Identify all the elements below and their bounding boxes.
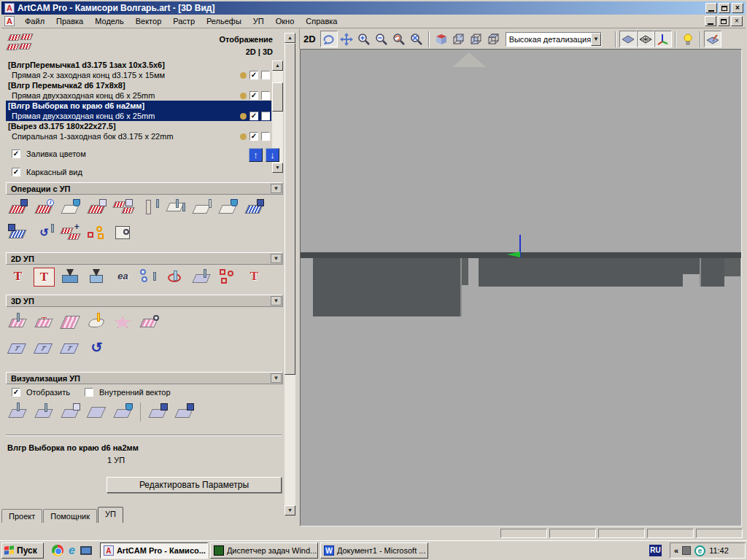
relief-plaque-front-icon[interactable]: T (7, 338, 28, 357)
batch-calculate-icon[interactable] (112, 198, 133, 217)
sequence-numbers-icon[interactable] (217, 268, 239, 287)
wireframe-view-button[interactable] (637, 31, 654, 47)
edit-parameters-button[interactable]: Редактировать Параметры (107, 477, 282, 493)
viewport-3d[interactable] (300, 49, 742, 526)
move-up-button[interactable]: ↑ (249, 148, 263, 162)
fill-color-checkbox[interactable]: ✓ (12, 149, 20, 158)
relief-plaque-back-icon[interactable]: T (34, 338, 55, 357)
nest-toolpaths-icon[interactable] (86, 223, 107, 242)
tray-expand-chevron[interactable]: « (674, 546, 678, 555)
show-2d-checkbox[interactable]: ✓ (249, 132, 258, 141)
toolpath-tool-row[interactable]: Прямая двухзаходная конц d6 x 25mm ✓ (6, 90, 271, 101)
restore-button[interactable] (719, 3, 730, 13)
smart-engraving-icon[interactable]: T (244, 268, 265, 287)
show-2d-checkbox[interactable]: ✓ (249, 112, 258, 120)
toolpath-group-row[interactable]: [Влгр Перемычка2 d6 17x8x8] (6, 80, 271, 90)
child-minimize-button[interactable] (705, 16, 716, 26)
switch-2d-view-button[interactable]: 2D (300, 34, 320, 44)
toolpath-group-row-selected[interactable]: [Влгр Выборка по краю d6 на2мм] (6, 101, 271, 111)
scrollbar-thumb[interactable] (285, 43, 295, 375)
save-toolpath-as-icon[interactable] (244, 198, 265, 217)
material-block-icon[interactable] (191, 198, 212, 217)
tab-assistant[interactable]: Помощник (43, 509, 97, 523)
scroll-up-icon[interactable]: ▲ (272, 61, 283, 71)
inner-vector-checkbox[interactable] (85, 388, 93, 397)
taskbar-task-word[interactable]: W Документ1 - Microsoft ... (320, 542, 428, 559)
show-desktop-icon[interactable] (80, 546, 92, 555)
simulate-toolpath-icon[interactable] (7, 402, 28, 421)
menu-model[interactable]: Модель (89, 15, 129, 27)
show-axes-button[interactable] (654, 31, 672, 47)
menu-window[interactable]: Окно (270, 15, 301, 27)
menu-vector[interactable]: Вектор (130, 15, 168, 27)
area-clearance-icon[interactable]: T (34, 268, 55, 287)
drilling-icon[interactable] (139, 268, 160, 287)
engraving-icon[interactable] (86, 268, 107, 287)
load-toolpath-icon[interactable] (7, 223, 28, 242)
raster-machining-icon[interactable] (60, 312, 81, 331)
transform-toolpath-icon[interactable]: ↺ (34, 223, 55, 242)
tray-app-icon[interactable] (682, 546, 691, 555)
toolpath-tool-row[interactable]: Спиральная 1-заходная бок d3.175 x 22mm … (6, 131, 271, 141)
paint-relief-button[interactable] (704, 31, 721, 47)
save-simulation-icon[interactable] (147, 402, 169, 421)
scrollbar-thumb[interactable] (272, 82, 283, 112)
relief-plaque-both-icon[interactable]: T (60, 338, 81, 357)
show-3d-checkbox[interactable] (261, 112, 270, 120)
toolpath-group-row[interactable]: [ВлгрПеремычка1 d3.175 1зах 10x3.5x6] (6, 60, 271, 70)
rotate-view-button[interactable] (320, 31, 338, 47)
close-button[interactable]: × (732, 3, 743, 13)
menu-help[interactable]: Справка (300, 15, 343, 27)
detail-level-dropdown[interactable]: Высокая детализация ▼ (506, 32, 602, 47)
toolpath-tool-row-selected[interactable]: Прямая двухзаходная конц d6 x 25mm ✓ (6, 111, 271, 121)
view-down-z-button[interactable] (485, 31, 503, 47)
dropdown-arrow-icon[interactable]: ▼ (591, 33, 601, 46)
show-2d-checkbox[interactable]: ✓ (249, 71, 258, 79)
delete-toolpath-icon[interactable] (60, 198, 81, 217)
zoom-out-button[interactable] (373, 31, 390, 47)
scroll-down-icon[interactable]: ▼ (272, 163, 283, 173)
save-toolpath-icon[interactable] (7, 198, 28, 217)
internet-explorer-icon[interactable]: e (69, 544, 75, 557)
language-indicator[interactable]: RU (649, 545, 662, 556)
menu-toolpaths[interactable]: УП (247, 15, 270, 27)
minimize-button[interactable] (705, 3, 717, 13)
panel-scrollbar[interactable]: ▲ ▼ (285, 33, 295, 516)
menu-raster[interactable]: Растр (167, 15, 201, 27)
chrome-icon[interactable] (52, 545, 63, 556)
show-3d-checkbox[interactable] (261, 91, 270, 100)
tab-project[interactable]: Проект (1, 509, 42, 523)
undo-machining-icon[interactable]: ↺ (86, 338, 107, 357)
pan-view-button[interactable] (338, 31, 355, 47)
show-3d-checkbox[interactable] (261, 71, 270, 79)
waterline-machining-icon[interactable] (86, 312, 107, 331)
scroll-down-icon[interactable]: ▼ (285, 505, 295, 516)
child-close-button[interactable]: × (731, 16, 743, 26)
start-button[interactable]: Пуск (1, 542, 44, 559)
face-mill-icon[interactable] (191, 268, 212, 287)
machine-relief-icon[interactable] (7, 312, 28, 331)
show-simulation-checkbox[interactable]: ✓ (12, 388, 20, 397)
menu-reliefs[interactable]: Рельефы (201, 15, 247, 27)
antivirus-icon[interactable]: e (694, 545, 705, 556)
shaded-view-button[interactable] (619, 31, 637, 47)
move-down-button[interactable]: ↓ (266, 148, 279, 162)
toolpath-group-row[interactable]: [Вырез d3.175 180x22x27.5] (6, 121, 271, 131)
inspect-toolpath-icon[interactable] (139, 312, 160, 331)
child-restore-button[interactable] (718, 16, 729, 26)
toolpath-column-icon[interactable] (139, 198, 160, 217)
taskbar-task-taskmgr[interactable]: Диспетчер задач Wind... (210, 542, 318, 559)
load-simulation-icon[interactable] (174, 402, 195, 421)
taskbar-task-artcam[interactable]: A ArtCAM Pro - Камисо... (100, 542, 208, 559)
simulation-map-icon[interactable] (112, 223, 133, 242)
isometric-view-button[interactable] (433, 31, 450, 47)
show-2d-checkbox[interactable]: ✓ (249, 91, 258, 100)
zoom-previous-button[interactable] (390, 31, 408, 47)
section-collapse-button[interactable]: ▼ (271, 254, 282, 263)
zoom-in-button[interactable] (355, 31, 373, 47)
laminate-relief-icon[interactable] (112, 312, 133, 331)
zoom-extents-button[interactable] (408, 31, 425, 47)
reset-block-icon[interactable] (86, 402, 107, 421)
section-collapse-button[interactable]: ▼ (271, 184, 282, 193)
simulate-all-toolpaths-icon[interactable] (34, 402, 55, 421)
